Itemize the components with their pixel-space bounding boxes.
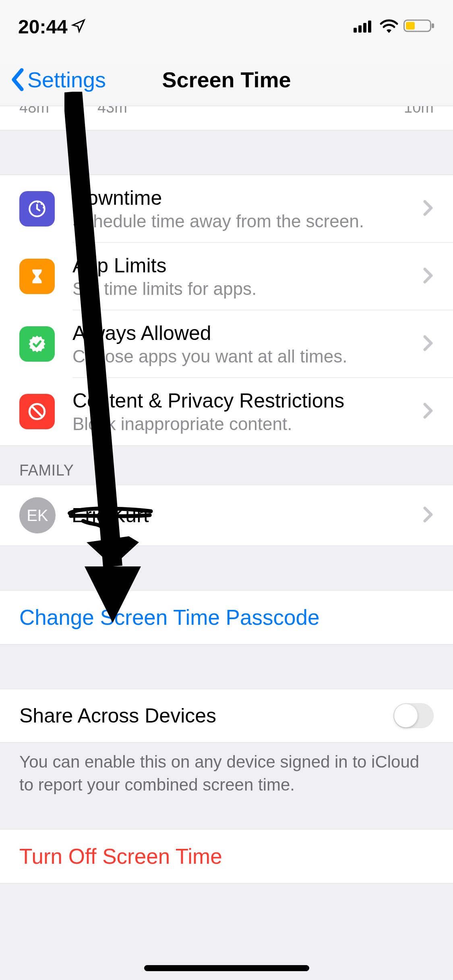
row-content-restrictions[interactable]: Content & Privacy Restrictions Block ina… bbox=[0, 378, 453, 445]
row-family-member[interactable]: EK Eric Kurt bbox=[0, 485, 453, 546]
wifi-icon bbox=[379, 19, 399, 35]
usage-summary-row[interactable]: 48m 43m 10m bbox=[0, 106, 453, 130]
svg-rect-1 bbox=[358, 25, 362, 33]
svg-line-9 bbox=[32, 407, 42, 417]
chevron-right-icon bbox=[422, 267, 434, 286]
family-member-name: Eric Kurt bbox=[72, 504, 149, 527]
chevron-right-icon bbox=[422, 334, 434, 354]
usage-val-3: 10m bbox=[404, 106, 434, 116]
badge-check-icon bbox=[19, 326, 55, 362]
toggle-knob bbox=[394, 704, 418, 727]
back-label: Settings bbox=[27, 67, 106, 92]
page-title: Screen Time bbox=[162, 67, 291, 92]
chevron-right-icon bbox=[422, 402, 434, 421]
family-header: FAMILY bbox=[0, 446, 453, 485]
family-member-name-text: Eric Kurt bbox=[72, 504, 149, 527]
usage-val-2: 43m bbox=[97, 106, 127, 116]
change-passcode-button[interactable]: Change Screen Time Passcode bbox=[0, 590, 453, 644]
chevron-right-icon bbox=[422, 199, 434, 218]
row-sub: Set time limits for apps. bbox=[72, 279, 416, 299]
location-icon bbox=[71, 18, 86, 35]
usage-val-1: 48m bbox=[19, 106, 49, 116]
svg-rect-0 bbox=[354, 28, 357, 33]
cellular-signal-icon bbox=[354, 19, 374, 34]
row-app-limits[interactable]: App Limits Set time limits for apps. bbox=[0, 243, 453, 310]
svg-rect-5 bbox=[406, 22, 415, 30]
hourglass-icon bbox=[19, 259, 55, 294]
svg-rect-6 bbox=[432, 23, 434, 28]
nav-bar: Settings Screen Time bbox=[0, 53, 453, 106]
share-toggle[interactable] bbox=[393, 703, 434, 728]
home-indicator[interactable] bbox=[144, 965, 309, 971]
row-sub: Schedule time away from the screen. bbox=[72, 211, 416, 231]
row-downtime[interactable]: Downtime Schedule time away from the scr… bbox=[0, 175, 453, 243]
back-button[interactable]: Settings bbox=[10, 67, 106, 92]
chevron-left-icon bbox=[10, 68, 26, 92]
share-title: Share Across Devices bbox=[19, 704, 393, 727]
turn-off-button[interactable]: Turn Off Screen Time bbox=[0, 829, 453, 883]
row-share-devices[interactable]: Share Across Devices bbox=[0, 689, 453, 742]
svg-rect-3 bbox=[368, 21, 371, 33]
content-scroll[interactable]: 48m 43m 10m Downtime Schedule time away … bbox=[0, 106, 453, 980]
row-sub: Block inappropriate content. bbox=[72, 414, 416, 434]
no-entry-icon bbox=[19, 394, 55, 429]
row-title: Content & Privacy Restrictions bbox=[72, 389, 416, 412]
row-title: App Limits bbox=[72, 254, 416, 277]
avatar: EK bbox=[19, 497, 56, 533]
svg-rect-2 bbox=[363, 23, 366, 33]
row-title: Downtime bbox=[72, 186, 416, 210]
row-sub: Choose apps you want at all times. bbox=[72, 346, 416, 366]
battery-icon bbox=[403, 19, 435, 35]
status-bar: 20:44 bbox=[0, 0, 453, 53]
status-time: 20:44 bbox=[18, 16, 68, 38]
share-footer: You can enable this on any device signed… bbox=[0, 743, 453, 804]
downtime-icon bbox=[19, 191, 55, 226]
row-always-allowed[interactable]: Always Allowed Choose apps you want at a… bbox=[0, 310, 453, 378]
chevron-right-icon bbox=[422, 506, 434, 525]
row-title: Always Allowed bbox=[72, 321, 416, 345]
